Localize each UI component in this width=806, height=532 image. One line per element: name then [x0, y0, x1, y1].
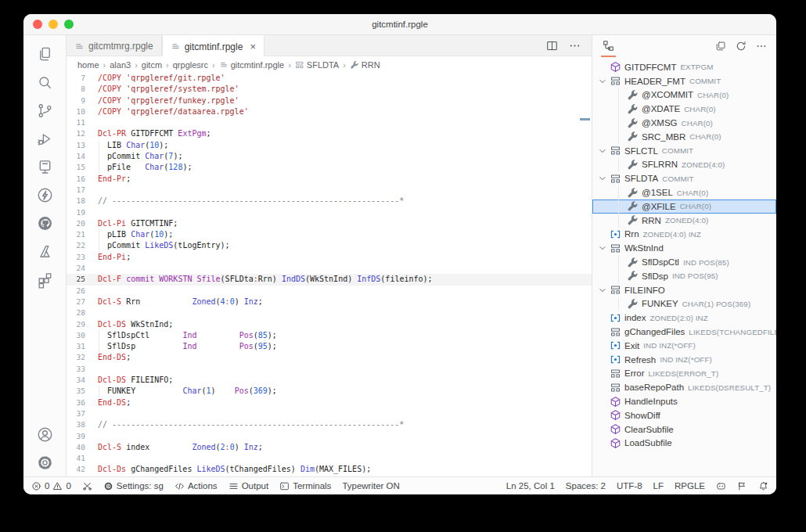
- activity-bar-item-object-browser[interactable]: [27, 153, 62, 181]
- status-terminals[interactable]: Terminals: [279, 481, 331, 491]
- activity-bar-item-run-and-debug[interactable]: [27, 124, 62, 153]
- code-line[interactable]: 7/COPY 'qrpgleref/git.rpgle': [67, 73, 592, 84]
- code-line[interactable]: 32End-DS;: [67, 352, 592, 363]
- outline-item[interactable]: SFLRRN ZONED(4:0): [592, 158, 776, 172]
- refresh-button[interactable]: [736, 41, 747, 52]
- breadcrumb-item[interactable]: gitcmtinf.rpgle: [219, 60, 284, 70]
- editor-tab[interactable]: gitcmtinf.rpgle ×: [162, 35, 264, 56]
- more-actions-button[interactable]: [569, 40, 581, 52]
- code-line[interactable]: 18// -----------------------------------…: [67, 196, 592, 207]
- code-line[interactable]: 10/COPY 'qrpgleref/dataarea.rpgle': [67, 106, 592, 117]
- status-connection[interactable]: [82, 481, 92, 491]
- outline-item[interactable]: SFLDTA COMMIT: [592, 171, 776, 185]
- status-output[interactable]: Output: [228, 481, 269, 491]
- collapse-all-button[interactable]: [715, 41, 726, 52]
- breadcrumb-item[interactable]: SFLDTA: [295, 60, 339, 70]
- code-line[interactable]: 17: [67, 185, 592, 196]
- outline-item[interactable]: @1SEL CHAR(0): [592, 185, 776, 200]
- code-line[interactable]: 40Dcl-S index Zoned(2:0) Inz;: [67, 442, 592, 453]
- breadcrumb-item[interactable]: home: [77, 60, 99, 70]
- outline-item[interactable]: gChangedFiles LIKEDS(TCHANGEDFILES)...: [592, 325, 776, 339]
- code-line[interactable]: 41: [67, 453, 592, 464]
- outline-item[interactable]: HEADER_FMT COMMIT: [592, 74, 776, 88]
- code-line[interactable]: 34Dcl-DS FILEINFO;: [67, 375, 592, 386]
- activity-bar-item-manage[interactable]: [27, 448, 62, 476]
- outline-item[interactable]: ClearSubfile: [592, 422, 776, 437]
- status-language-mode[interactable]: RPGLE: [675, 481, 705, 491]
- status-typewriter[interactable]: Typewriter ON: [342, 481, 400, 491]
- status-cursor-position[interactable]: Ln 25, Col 1: [506, 481, 555, 491]
- activity-bar-item-search[interactable]: [27, 68, 62, 96]
- outline-item[interactable]: SRC_MBR CHAR(0): [592, 130, 776, 144]
- code-line[interactable]: 28: [67, 307, 592, 318]
- code-line[interactable]: 42Dcl-Ds gChangedFiles LikeDS(tChangedFi…: [67, 464, 592, 475]
- code-line[interactable]: 29Dcl-DS WkStnInd;: [67, 319, 592, 330]
- tab-close-icon[interactable]: ×: [250, 41, 256, 52]
- code-line[interactable]: 23End-Pi;: [67, 252, 592, 263]
- breadcrumb-item[interactable]: RRN: [350, 60, 380, 70]
- code-line[interactable]: 20Dcl-Pi GITCMTINF;: [67, 218, 592, 229]
- code-line[interactable]: 9/COPY 'qrpgleref/funkey.rpgle': [67, 95, 592, 106]
- code-line[interactable]: 24: [67, 263, 592, 274]
- code-line[interactable]: 36End-DS;: [67, 397, 592, 408]
- code-line[interactable]: 21 pLIB Char(10);: [67, 229, 592, 240]
- outline-item[interactable]: Error LIKEDS(ERROR_T): [592, 367, 776, 381]
- code-line[interactable]: 19: [67, 207, 592, 218]
- status-actions[interactable]: Actions: [175, 481, 218, 491]
- activity-bar-item-github[interactable]: [27, 209, 62, 237]
- outline-item[interactable]: WkStnInd: [592, 241, 776, 255]
- code-line[interactable]: 30 SflDspCtl Ind Pos(85);: [67, 330, 592, 341]
- code-line[interactable]: 8/COPY 'qrpgleref/system.rpgle': [67, 84, 592, 95]
- outline-item[interactable]: index ZONED(2:0) INZ: [592, 311, 776, 325]
- code-line[interactable]: 37: [67, 408, 592, 419]
- breadcrumb-item[interactable]: qrpglesrc: [173, 60, 208, 70]
- editor-tab[interactable]: gitcmtmrg.rpgle: [67, 35, 162, 56]
- status-eol[interactable]: LF: [653, 481, 664, 491]
- code-line[interactable]: 26: [67, 286, 592, 297]
- code-line[interactable]: 22 pCommit LikeDS(tLogEntry);: [67, 240, 592, 251]
- outline-view-tab[interactable]: [601, 35, 616, 57]
- activity-bar-item-extensions[interactable]: [27, 265, 62, 293]
- code-line[interactable]: 16End-Pr;: [67, 174, 592, 185]
- status-indentation[interactable]: Spaces: 2: [566, 481, 606, 491]
- outline-item[interactable]: FILEINFO: [592, 283, 776, 297]
- outline-item[interactable]: HandleInputs: [592, 394, 776, 408]
- code-line[interactable]: 13 LIB Char(10);: [67, 140, 592, 151]
- outline-item[interactable]: SFLCTL COMMIT: [592, 144, 776, 158]
- outline-item[interactable]: @XMSG CHAR(0): [592, 116, 776, 130]
- status-settings[interactable]: Settings: sg: [103, 481, 164, 491]
- more-actions-button[interactable]: [756, 41, 767, 52]
- code-line[interactable]: 43Dcl-S Exit Ind Inz(*Off);: [67, 476, 592, 476]
- outline-item[interactable]: @XFILE CHAR(0): [592, 200, 776, 214]
- code-line[interactable]: 31 SflDsp Ind Pos(95);: [67, 341, 592, 352]
- code-line[interactable]: 39: [67, 431, 592, 442]
- outline-item[interactable]: LoadSubfile: [592, 437, 776, 451]
- outline-item[interactable]: @XDATE CHAR(0): [592, 102, 776, 116]
- code-line[interactable]: 25Dcl-F commit WORKSTN Sfile(SFLDta:Rrn)…: [67, 274, 592, 285]
- code-line[interactable]: 12Dcl-PR GITDFFCMT ExtPgm;: [67, 128, 592, 139]
- outline-item[interactable]: SflDspCtl IND POS(85): [592, 255, 776, 269]
- outline-item[interactable]: Exit IND INZ(*OFF): [592, 339, 776, 353]
- activity-bar-item-azure[interactable]: [27, 237, 62, 265]
- status-feedback[interactable]: [737, 481, 747, 491]
- activity-bar-item-actions[interactable]: [27, 181, 62, 209]
- split-editor-button[interactable]: [546, 40, 558, 52]
- outline-item[interactable]: @XCOMMIT CHAR(0): [592, 88, 776, 102]
- activity-bar-item-explorer[interactable]: [27, 40, 62, 68]
- status-encoding[interactable]: UTF-8: [617, 481, 642, 491]
- outline-item[interactable]: GITDFFCMT EXTPGM: [592, 60, 776, 74]
- status-copilot[interactable]: [716, 481, 726, 491]
- code-line[interactable]: 15 pFile Char(128);: [67, 162, 592, 173]
- outline-item[interactable]: ShowDiff: [592, 408, 776, 422]
- code-line[interactable]: 14 pCommit Char(7);: [67, 151, 592, 162]
- code-line[interactable]: 11: [67, 117, 592, 128]
- outline-item[interactable]: Rrn ZONED(4:0) INZ: [592, 228, 776, 242]
- code-line[interactable]: 27Dcl-S Rrn Zoned(4:0) Inz;: [67, 297, 592, 307]
- activity-bar-item-source-control[interactable]: [27, 96, 62, 124]
- status-problems[interactable]: 00: [31, 481, 71, 491]
- code-line[interactable]: 38// -----------------------------------…: [67, 419, 592, 430]
- breadcrumb-item[interactable]: gitcm: [142, 60, 162, 70]
- code-line[interactable]: 33: [67, 364, 592, 375]
- breadcrumb-item[interactable]: alan3: [110, 60, 131, 70]
- outline-item[interactable]: FUNKEY CHAR(1) POS(369): [592, 297, 776, 311]
